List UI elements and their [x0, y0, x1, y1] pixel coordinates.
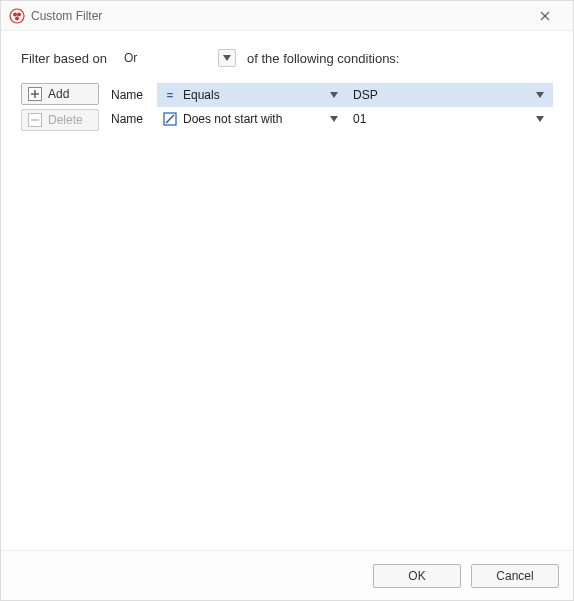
chevron-down-icon — [536, 116, 544, 122]
add-button[interactable]: Add — [21, 83, 99, 105]
minus-icon — [28, 113, 42, 127]
window-title: Custom Filter — [31, 9, 525, 23]
equals-icon: = — [163, 88, 177, 102]
table-row[interactable]: Name Does not start with — [105, 107, 553, 131]
operator-cell[interactable]: Does not start with — [157, 107, 347, 131]
side-buttons: Add Delete — [21, 83, 99, 131]
logic-combo-button[interactable] — [218, 49, 236, 67]
logic-combo-text: Or — [118, 51, 143, 65]
ok-button[interactable]: OK — [373, 564, 461, 588]
field-value: Name — [111, 112, 143, 126]
dialog-footer: OK Cancel — [1, 550, 573, 600]
field-value: Name — [111, 88, 143, 102]
chevron-down-icon — [223, 55, 231, 61]
svg-point-2 — [17, 12, 21, 16]
close-icon — [540, 11, 550, 21]
content: Filter based on Or of the following cond… — [1, 31, 573, 550]
close-button[interactable] — [525, 1, 565, 31]
logic-combo[interactable]: Or — [117, 47, 237, 69]
conditions-grid: Add Delete Name = Equals — [21, 83, 553, 131]
value-dropdown[interactable] — [533, 116, 547, 122]
operator-value: Equals — [183, 88, 220, 102]
add-button-label: Add — [48, 87, 69, 101]
chevron-down-icon — [330, 116, 338, 122]
filter-suffix-label: of the following conditions: — [247, 51, 399, 66]
not-start-with-icon — [163, 112, 177, 126]
svg-point-3 — [15, 16, 19, 20]
field-cell[interactable]: Name — [105, 107, 157, 131]
plus-icon — [28, 87, 42, 101]
value-text: 01 — [353, 112, 366, 126]
value-cell[interactable]: 01 — [347, 107, 553, 131]
delete-button-label: Delete — [48, 113, 83, 127]
filter-basis-row: Filter based on Or of the following cond… — [21, 47, 553, 69]
svg-point-1 — [13, 12, 17, 16]
value-cell[interactable]: DSP — [347, 83, 553, 107]
filter-prefix-label: Filter based on — [21, 51, 107, 66]
cancel-button[interactable]: Cancel — [471, 564, 559, 588]
conditions-table: Name = Equals DSP — [105, 83, 553, 131]
cancel-button-label: Cancel — [496, 569, 533, 583]
operator-cell[interactable]: = Equals — [157, 83, 347, 107]
value-dropdown[interactable] — [533, 92, 547, 98]
operator-value: Does not start with — [183, 112, 282, 126]
ok-button-label: OK — [408, 569, 425, 583]
chevron-down-icon — [536, 92, 544, 98]
field-cell[interactable]: Name — [105, 83, 157, 107]
delete-button: Delete — [21, 109, 99, 131]
chevron-down-icon — [330, 92, 338, 98]
operator-dropdown[interactable] — [327, 116, 341, 122]
operator-dropdown[interactable] — [327, 92, 341, 98]
app-icon — [9, 8, 25, 24]
svg-line-10 — [166, 115, 174, 123]
titlebar: Custom Filter — [1, 1, 573, 31]
table-row[interactable]: Name = Equals DSP — [105, 83, 553, 107]
svg-point-0 — [10, 9, 24, 23]
value-text: DSP — [353, 88, 378, 102]
